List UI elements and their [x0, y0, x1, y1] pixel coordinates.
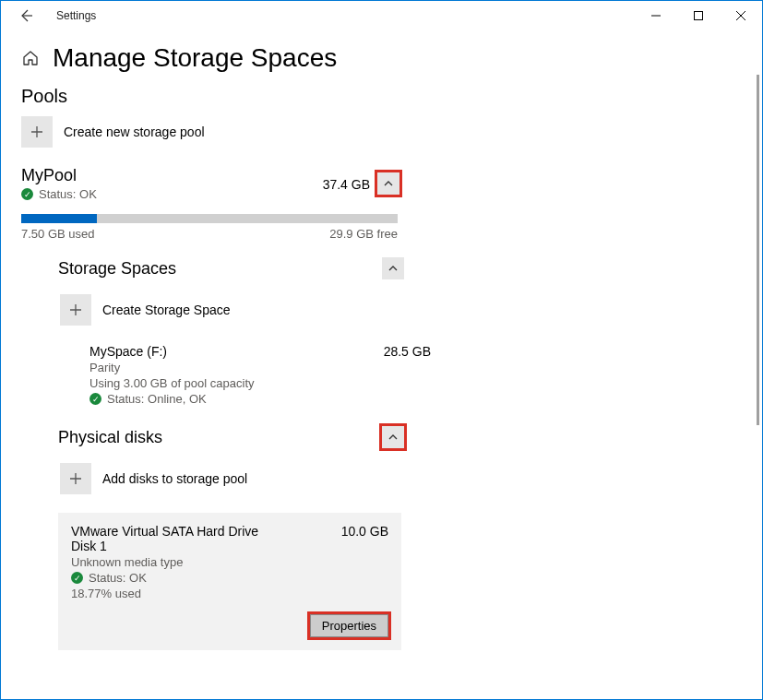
space-size: 28.5 GB	[384, 344, 431, 359]
scrollbar[interactable]	[757, 75, 759, 425]
status-ok-icon: ✓	[21, 188, 33, 200]
page-title: Manage Storage Spaces	[53, 43, 337, 73]
plus-icon	[60, 463, 91, 494]
pool-usage-bar	[21, 214, 398, 223]
plus-icon	[21, 116, 53, 148]
disk-used: 18.77% used	[71, 587, 388, 600]
pool-free-label: 29.9 GB free	[329, 227, 398, 241]
minimize-button[interactable]	[635, 1, 677, 30]
create-space-action[interactable]: Create Storage Space	[60, 294, 404, 326]
pool-usage-fill	[21, 214, 97, 223]
back-button[interactable]	[12, 2, 40, 30]
disks-heading: Physical disks	[58, 428, 162, 447]
properties-button[interactable]: Properties	[310, 614, 388, 637]
pools-heading: Pools	[21, 86, 742, 107]
pool-used-label: 7.50 GB used	[21, 227, 95, 241]
spaces-collapse-toggle[interactable]	[382, 257, 404, 279]
spaces-heading: Storage Spaces	[58, 259, 176, 279]
add-disks-action[interactable]: Add disks to storage pool	[60, 463, 404, 494]
plus-icon	[60, 294, 91, 326]
pool-name: MyPool	[21, 166, 323, 185]
window-title: Settings	[56, 9, 96, 22]
disk-name: VMware Virtual SATA Hard Drive Disk 1	[71, 524, 274, 553]
disk-status: Status: OK	[89, 571, 147, 585]
home-icon[interactable]	[21, 49, 40, 67]
space-name: MySpace (F:)	[89, 344, 167, 359]
disk-card[interactable]: VMware Virtual SATA Hard Drive Disk 1 10…	[58, 513, 401, 650]
disk-media: Unknown media type	[71, 555, 388, 569]
disks-collapse-toggle[interactable]	[382, 426, 404, 448]
pool-status: Status: OK	[39, 187, 97, 201]
maximize-button[interactable]	[677, 1, 720, 30]
create-pool-action[interactable]: Create new storage pool	[21, 116, 742, 148]
disk-size: 10.0 GB	[341, 524, 388, 539]
create-pool-label: Create new storage pool	[64, 125, 205, 139]
status-ok-icon: ✓	[71, 572, 83, 584]
space-type: Parity	[89, 361, 431, 374]
create-space-label: Create Storage Space	[102, 303, 231, 317]
status-ok-icon: ✓	[89, 393, 101, 405]
svg-rect-0	[695, 12, 703, 20]
close-button[interactable]	[720, 1, 762, 30]
pool-size: 37.4 GB	[323, 175, 370, 192]
space-status: Status: Online, OK	[107, 392, 207, 406]
add-disks-label: Add disks to storage pool	[102, 471, 247, 486]
pool-collapse-toggle[interactable]	[377, 172, 399, 195]
space-usage: Using 3.00 GB of pool capacity	[89, 376, 431, 390]
